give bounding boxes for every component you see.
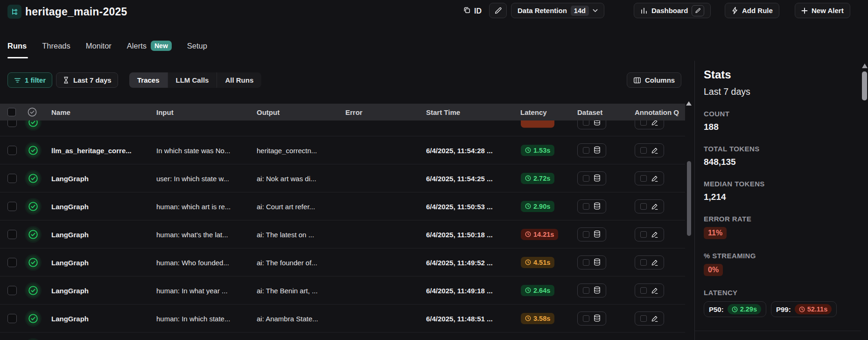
- table-row[interactable]: llm_as_heritage_corre...In which state w…: [0, 136, 685, 164]
- run-input: human: In which state...: [156, 314, 251, 322]
- add-to-dataset-button[interactable]: [577, 255, 606, 269]
- col-header-input[interactable]: Input: [156, 108, 174, 116]
- p50-latency-pill[interactable]: P50: 2.29s: [704, 301, 766, 317]
- table-row[interactable]: [0, 333, 685, 340]
- clock-icon: [525, 231, 531, 237]
- annotate-button[interactable]: [635, 227, 664, 241]
- add-rule-button[interactable]: Add Rule: [725, 3, 779, 18]
- row-checkbox[interactable]: [7, 230, 17, 239]
- row-checkbox[interactable]: [7, 286, 17, 295]
- select-all-checkbox[interactable]: [7, 108, 16, 116]
- success-status-icon: [26, 120, 40, 129]
- database-icon: [594, 146, 601, 154]
- time-range-button[interactable]: Last 7 days: [56, 72, 118, 88]
- view-tab-llm-calls[interactable]: LLM Calls: [168, 72, 217, 88]
- annotate-pencil-icon: [651, 147, 658, 154]
- run-input: In which state was No...: [156, 146, 251, 154]
- database-icon: [594, 258, 601, 266]
- page-scrollbar-thumb[interactable]: [862, 71, 867, 100]
- copy-id-button[interactable]: ID: [463, 6, 482, 16]
- dataset-mini-checkbox[interactable]: [583, 147, 589, 154]
- edit-dashboard-button[interactable]: [692, 5, 704, 16]
- row-checkbox[interactable]: [7, 258, 17, 267]
- filter-button[interactable]: 1 filter: [7, 72, 52, 88]
- annotation-mini-checkbox[interactable]: [640, 231, 647, 238]
- col-header-output[interactable]: Output: [257, 108, 280, 116]
- col-header-latency[interactable]: Latency: [520, 108, 547, 116]
- add-to-dataset-button[interactable]: [577, 143, 606, 157]
- add-to-dataset-button[interactable]: [577, 199, 606, 213]
- annotate-button[interactable]: [635, 171, 664, 185]
- add-to-dataset-button[interactable]: [577, 312, 606, 326]
- p50-latency-badge: 2.29s: [728, 304, 761, 314]
- latency-badge: 2.72s: [521, 173, 554, 184]
- add-to-dataset-button[interactable]: [577, 120, 606, 129]
- status-filter-icon[interactable]: [27, 107, 37, 119]
- data-retention-button[interactable]: Data Retention 14d: [511, 3, 604, 18]
- annotation-mini-checkbox[interactable]: [640, 315, 647, 322]
- dataset-mini-checkbox[interactable]: [583, 259, 589, 266]
- tab-setup[interactable]: Setup: [187, 41, 207, 51]
- annotate-button[interactable]: [635, 199, 664, 213]
- col-header-name[interactable]: Name: [51, 108, 70, 116]
- stats-bottom-divider: [695, 331, 861, 331]
- annotation-mini-checkbox[interactable]: [640, 203, 647, 210]
- row-checkbox[interactable]: [7, 202, 17, 211]
- table-row[interactable]: LangGraphhuman: In which state...ai: Ana…: [0, 305, 685, 333]
- annotate-button[interactable]: [635, 283, 664, 298]
- col-header-start-time[interactable]: Start Time: [426, 108, 460, 116]
- annotate-button[interactable]: [635, 120, 664, 129]
- stat-latency-label: LATENCY: [704, 289, 858, 297]
- run-output: ai: The Benin art, ...: [257, 286, 344, 294]
- dashboard-button[interactable]: Dashboard: [634, 3, 711, 18]
- table-row[interactable]: LangGraphhuman: what's the lat...ai: The…: [0, 220, 685, 248]
- p99-latency-pill[interactable]: P99: 52.11s: [771, 301, 837, 317]
- tab-monitor[interactable]: Monitor: [86, 41, 112, 51]
- new-alert-button[interactable]: New Alert: [795, 3, 850, 18]
- filter-icon: [14, 77, 21, 84]
- row-checkbox[interactable]: [7, 314, 17, 323]
- add-to-dataset-button[interactable]: [577, 227, 606, 241]
- edit-name-button[interactable]: [489, 3, 507, 18]
- row-checkbox[interactable]: [7, 146, 17, 155]
- col-header-error[interactable]: Error: [345, 108, 363, 116]
- annotation-mini-checkbox[interactable]: [640, 287, 647, 294]
- add-to-dataset-button[interactable]: [577, 171, 606, 185]
- annotate-button[interactable]: [635, 255, 664, 269]
- stats-title: Stats: [704, 68, 858, 81]
- columns-button[interactable]: Columns: [627, 72, 681, 88]
- col-header-dataset[interactable]: Dataset: [577, 108, 602, 116]
- table-scroll-up-arrow[interactable]: [686, 101, 692, 106]
- success-status-icon: [26, 171, 40, 185]
- table-row[interactable]: LangGraphhuman: In what year ...ai: The …: [0, 276, 685, 305]
- new-alert-label: New Alert: [812, 7, 844, 14]
- table-scrollbar-thumb[interactable]: [687, 161, 691, 236]
- dataset-mini-checkbox[interactable]: [583, 120, 589, 126]
- annotate-button[interactable]: [635, 143, 664, 157]
- annotation-mini-checkbox[interactable]: [640, 120, 647, 126]
- dataset-mini-checkbox[interactable]: [583, 231, 589, 238]
- annotation-mini-checkbox[interactable]: [640, 147, 647, 154]
- tab-runs[interactable]: Runs: [7, 41, 27, 51]
- annotation-mini-checkbox[interactable]: [640, 259, 647, 266]
- add-to-dataset-button[interactable]: [577, 283, 606, 298]
- table-row[interactable]: LangGraphuser: In which state w...ai: No…: [0, 164, 685, 192]
- dataset-mini-checkbox[interactable]: [583, 203, 589, 210]
- view-tab-traces[interactable]: Traces: [129, 72, 168, 88]
- col-header-annotation-queues[interactable]: Annotation Q: [635, 108, 685, 116]
- table-row[interactable]: LangGraphhuman: which art is re...ai: Co…: [0, 192, 685, 220]
- row-checkbox[interactable]: [7, 174, 17, 183]
- dataset-mini-checkbox[interactable]: [583, 287, 589, 294]
- tab-alerts[interactable]: Alerts New: [127, 41, 172, 51]
- tab-threads[interactable]: Threads: [42, 41, 70, 51]
- dataset-mini-checkbox[interactable]: [583, 315, 589, 322]
- pencil-icon: [494, 7, 502, 14]
- annotate-button[interactable]: [635, 312, 664, 326]
- view-tab-all-runs[interactable]: All Runs: [217, 72, 261, 88]
- dataset-mini-checkbox[interactable]: [583, 175, 589, 182]
- row-checkbox[interactable]: [7, 120, 17, 127]
- page-scroll-up-arrow[interactable]: [862, 64, 868, 68]
- table-row[interactable]: LangGraphhuman: Who founded...ai: The fo…: [0, 248, 685, 276]
- table-row[interactable]: [0, 120, 685, 136]
- annotation-mini-checkbox[interactable]: [640, 175, 647, 182]
